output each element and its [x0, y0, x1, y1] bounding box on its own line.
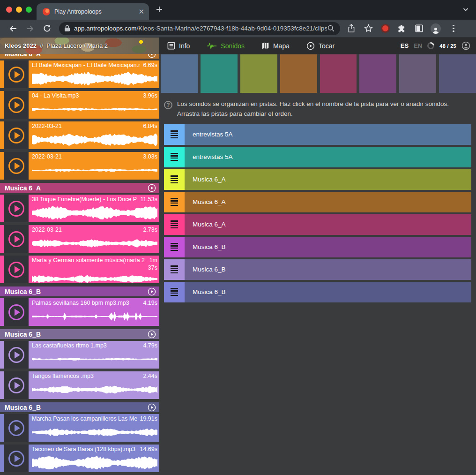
clip-row[interactable]: 2022-03-21 6.84s	[0, 121, 159, 149]
track-drag-handle[interactable]	[164, 259, 185, 280]
clip-row[interactable]: María y Germán solamente música(maría 2.…	[0, 256, 159, 283]
track-color-swatch[interactable]	[280, 54, 317, 93]
track-row[interactable]: Musica 6_A	[164, 214, 471, 235]
track-name-bar[interactable]: Musica 6_A	[185, 192, 471, 212]
clip-waveform[interactable]	[32, 234, 157, 253]
section-play-icon[interactable]	[148, 287, 156, 296]
clip-row[interactable]: 2022-03-21 3.03s	[0, 152, 159, 180]
bookmark-star-icon[interactable]	[362, 23, 374, 35]
minimize-window-button[interactable]	[16, 7, 22, 13]
track-name-bar[interactable]: Musica 6_B	[185, 237, 471, 257]
track-row[interactable]: Musica 6_B	[164, 282, 471, 302]
section-header[interactable]: Musica 6_B	[0, 287, 159, 296]
clip-play-button[interactable]	[4, 371, 29, 399]
clip-waveform[interactable]	[32, 160, 157, 180]
track-name-bar[interactable]: Musica 6_A	[185, 214, 471, 235]
section-header[interactable]: Musica 6_A	[0, 183, 159, 193]
section-play-icon[interactable]	[148, 54, 156, 58]
browser-tab[interactable]: Play Antropoloops ✕	[37, 3, 149, 20]
track-row[interactable]: Musica 6_A	[164, 192, 471, 212]
section-header[interactable]: Musica 6_B	[0, 402, 159, 412]
track-drag-handle[interactable]	[164, 169, 185, 190]
clip-play-button[interactable]	[4, 414, 29, 442]
track-row[interactable]: entrevistas 5A	[164, 147, 471, 167]
clip-play-button[interactable]	[4, 152, 29, 180]
tab-sonidos[interactable]: Sonidos	[207, 42, 245, 50]
track-name-bar[interactable]: entrevistas 5A	[185, 147, 471, 167]
forward-button[interactable]	[24, 23, 36, 35]
clip-row[interactable]: 2022-03-21 2.73s	[0, 225, 159, 253]
back-button[interactable]	[7, 23, 19, 35]
section-play-icon[interactable]	[148, 403, 156, 412]
track-name-bar[interactable]: Musica 6_B	[185, 282, 471, 302]
clip-row[interactable]: Marcha Pasan los campanilleros Las Mejor…	[0, 414, 159, 442]
close-window-button[interactable]	[6, 7, 12, 13]
zoom-page-icon[interactable]	[327, 24, 335, 32]
clip-row[interactable]: 38 Toque Funebre(Muerte) - Los Doce Par.…	[0, 195, 159, 222]
clip-waveform[interactable]	[32, 99, 157, 119]
clip-waveform[interactable]	[32, 307, 157, 326]
zoom-window-button[interactable]	[26, 7, 32, 13]
clip-play-button[interactable]	[4, 341, 29, 369]
track-drag-handle[interactable]	[164, 124, 185, 145]
clip-waveform[interactable]	[32, 422, 157, 442]
clip-row[interactable]: Palmas sevillanas 160 bpm mp3.mp3 4.19s	[0, 298, 159, 326]
tab-search-chevron-icon[interactable]	[462, 6, 469, 15]
track-drag-handle[interactable]	[164, 282, 185, 302]
share-icon[interactable]	[345, 23, 357, 35]
clip-waveform[interactable]	[32, 272, 157, 286]
track-row[interactable]: Musica 6_B	[164, 237, 471, 257]
clip-play-button[interactable]	[4, 91, 29, 119]
tab-info[interactable]: Info	[167, 42, 190, 50]
extensions-puzzle-icon[interactable]	[396, 23, 408, 35]
clip-row[interactable]: Las castañuelas ritmo 1.mp3 4.79s	[0, 341, 159, 369]
clip-waveform[interactable]	[32, 349, 157, 369]
tab-tocar[interactable]: Tocar	[306, 42, 335, 50]
track-row[interactable]: Musica 6_B	[164, 259, 471, 280]
clip-play-button[interactable]	[4, 225, 29, 253]
track-row[interactable]: Musica 6_A	[164, 169, 471, 190]
clip-row[interactable]: Taconeo de Sara Baras (128 kbps).mp3 14.…	[0, 445, 159, 472]
track-drag-handle[interactable]	[164, 214, 185, 235]
clip-row[interactable]: Tangos flamencos .mp3 2.44s	[0, 371, 159, 399]
clip-row[interactable]: El Baile Mexicapan - El Baile Mexicapan.…	[0, 60, 159, 88]
clip-play-button[interactable]	[4, 195, 29, 222]
track-drag-handle[interactable]	[164, 192, 185, 212]
account-icon[interactable]	[461, 41, 470, 50]
profile-avatar[interactable]	[430, 23, 442, 35]
clip-waveform[interactable]	[32, 203, 157, 222]
clip-play-button[interactable]	[4, 121, 29, 149]
track-color-swatch[interactable]	[320, 54, 357, 93]
clip-play-button[interactable]	[4, 298, 29, 326]
clip-waveform[interactable]	[32, 380, 157, 399]
reload-button[interactable]	[41, 23, 53, 35]
tab-close-icon[interactable]: ✕	[138, 8, 144, 15]
browser-menu-icon[interactable]	[446, 23, 459, 35]
section-header[interactable]: Musica 6_A	[0, 54, 159, 59]
track-color-swatch[interactable]	[359, 54, 396, 93]
clip-play-button[interactable]	[4, 256, 29, 283]
recording-extension-icon[interactable]	[379, 23, 391, 35]
new-tab-button[interactable]	[156, 6, 163, 15]
clip-waveform[interactable]	[32, 453, 157, 472]
track-color-swatch[interactable]	[439, 54, 476, 93]
tab-mapa[interactable]: Mapa	[261, 42, 290, 50]
track-name-bar[interactable]: Musica 6_A	[185, 169, 471, 190]
section-play-icon[interactable]	[148, 184, 156, 192]
track-name-bar[interactable]: Musica 6_B	[185, 259, 471, 280]
section-header[interactable]: Musica 6_B	[0, 329, 159, 339]
track-color-swatch[interactable]	[399, 54, 436, 93]
lang-en-button[interactable]: EN	[414, 42, 422, 49]
track-color-swatch[interactable]	[161, 54, 198, 93]
lang-es-button[interactable]: ES	[401, 42, 409, 49]
side-panel-icon[interactable]	[413, 23, 425, 35]
clip-waveform[interactable]	[32, 130, 157, 149]
track-drag-handle[interactable]	[164, 237, 185, 257]
url-bar[interactable]: app.antropoloops.com/Kleos-Santa-Marina/…	[59, 22, 340, 35]
track-color-swatch[interactable]	[201, 54, 238, 93]
track-drag-handle[interactable]	[164, 147, 185, 167]
track-name-bar[interactable]: entrevistas 5A	[185, 124, 471, 145]
clip-row[interactable]: 04 - La Visita.mp3 3.96s	[0, 91, 159, 119]
track-row[interactable]: entrevistas 5A	[164, 124, 471, 145]
clip-play-button[interactable]	[4, 60, 29, 88]
